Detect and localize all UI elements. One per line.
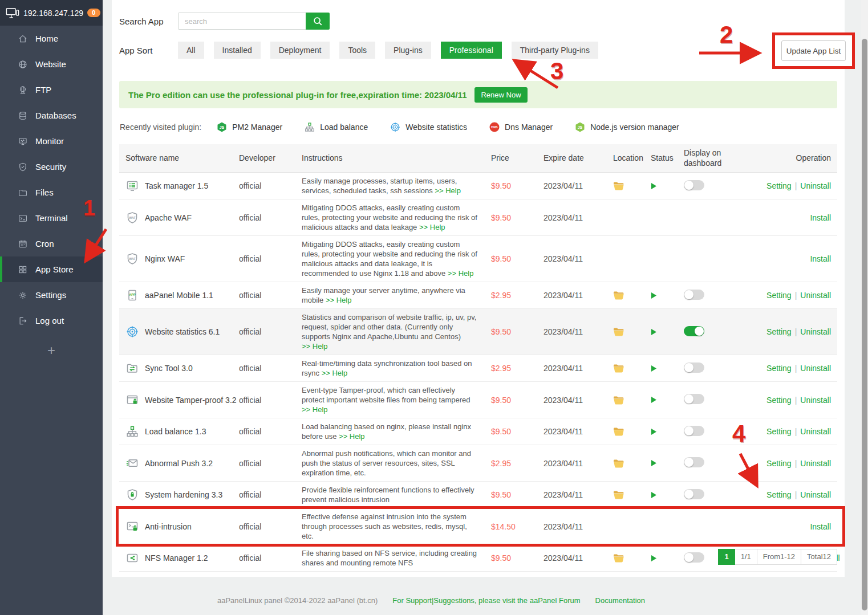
search-app-label: Search App [119, 17, 164, 26]
uninstall-link[interactable]: Uninstall [800, 327, 831, 336]
status-running-icon[interactable] [651, 292, 684, 299]
dashboard-toggle[interactable] [684, 363, 704, 373]
server-header[interactable]: 192.168.247.129 0 [0, 0, 103, 26]
uninstall-link[interactable]: Uninstall [800, 459, 831, 468]
folder-icon[interactable] [613, 396, 651, 405]
help-link[interactable]: >> Help [435, 186, 461, 195]
tab-all[interactable]: All [178, 42, 204, 59]
install-link[interactable]: Install [810, 254, 831, 263]
setting-link[interactable]: Setting [766, 364, 792, 373]
sidebar-item-website[interactable]: Website [0, 51, 103, 77]
folder-icon[interactable] [613, 181, 651, 190]
folder-icon[interactable] [613, 291, 651, 300]
scrollbar-thumb[interactable] [862, 39, 867, 610]
software-name: Website statistics 6.1 [145, 327, 220, 336]
expire-date: 2023/04/11 [543, 327, 613, 336]
dashboard-toggle[interactable] [684, 489, 704, 499]
update-app-list-button[interactable]: Update App List [781, 40, 846, 61]
operation-separator: | [795, 327, 797, 336]
instructions: Real-time/timing data synchronization to… [302, 359, 491, 378]
recent-plugin-dns-manager[interactable]: DNSDns Manager [489, 121, 553, 133]
uninstall-link[interactable]: Uninstall [800, 291, 831, 300]
recent-plugin-pm2-manager[interactable]: JSPM2 Manager [216, 121, 282, 133]
price: $2.95 [491, 459, 543, 468]
help-link[interactable]: >> Help [339, 432, 365, 441]
uninstall-link[interactable]: Uninstall [800, 396, 831, 405]
scrollbar-track[interactable] [861, 0, 868, 615]
documentation-link[interactable]: Documentation [595, 596, 645, 605]
uninstall-link[interactable]: Uninstall [800, 427, 831, 436]
recent-plugin-node-js-version-manager[interactable]: JSNode.js version manager [574, 121, 679, 133]
status-running-icon[interactable] [651, 396, 684, 404]
message-count-badge[interactable]: 0 [87, 9, 100, 18]
setting-link[interactable]: Setting [766, 490, 792, 499]
folder-icon[interactable] [613, 327, 651, 336]
instructions: Effective defense against intrusion into… [302, 512, 491, 541]
folder-icon[interactable] [613, 364, 651, 373]
tab-installed[interactable]: Installed [214, 42, 261, 59]
sidebar-item-monitor[interactable]: Monitor [0, 128, 103, 154]
folder-icon[interactable] [613, 490, 651, 499]
help-link[interactable]: >> Help [448, 269, 474, 278]
setting-link[interactable]: Setting [766, 291, 792, 300]
table-row: APPaaPanel Mobile 1.1officialEasily mana… [119, 282, 837, 309]
dashboard-toggle[interactable] [684, 326, 704, 336]
status-running-icon[interactable] [651, 182, 684, 190]
dashboard-toggle[interactable] [684, 426, 704, 436]
page-current[interactable]: 1 [718, 549, 735, 565]
dashboard-toggle[interactable] [684, 457, 704, 467]
status-running-icon[interactable] [651, 328, 684, 336]
dashboard-toggle[interactable] [684, 180, 704, 190]
uninstall-link[interactable]: Uninstall [800, 490, 831, 499]
sidebar-item-databases[interactable]: Databases [0, 103, 103, 128]
status-running-icon[interactable] [651, 459, 684, 467]
sidebar-item-ftp[interactable]: FTP [0, 77, 103, 103]
setting-link[interactable]: Setting [766, 327, 792, 336]
instructions: Mitigating DDOS attacks, easily creating… [302, 203, 491, 232]
tab-professional[interactable]: Professional [441, 42, 502, 59]
help-link[interactable]: >> Help [302, 405, 328, 414]
help-link[interactable]: >> Help [419, 223, 445, 231]
operation-cell: Install [741, 254, 837, 263]
svg-text:DNS: DNS [491, 125, 498, 129]
instructions: Load balancing based on nginx, please in… [302, 422, 491, 441]
sidebar-item-settings[interactable]: Settings [0, 282, 103, 308]
tab-plug-ins[interactable]: Plug-ins [385, 42, 431, 59]
setting-link[interactable]: Setting [766, 459, 792, 468]
status-running-icon[interactable] [651, 428, 684, 435]
sidebar-item-home[interactable]: Home [0, 26, 103, 51]
install-link[interactable]: Install [810, 522, 831, 531]
uninstall-link[interactable]: Uninstall [800, 364, 831, 373]
help-link[interactable]: >> Help [322, 369, 348, 377]
help-link[interactable]: >> Help [302, 342, 328, 351]
install-link[interactable]: Install [810, 213, 831, 222]
folder-icon[interactable] [613, 459, 651, 468]
tab-deployment[interactable]: Deployment [270, 42, 330, 59]
status-running-icon[interactable] [651, 365, 684, 372]
folder-icon[interactable] [613, 427, 651, 436]
recent-plugin-load-balance[interactable]: Load balance [304, 121, 368, 133]
annotation-arrow-3 [510, 56, 563, 92]
software-name-cell: Website Tamper-proof 3.2 [119, 393, 239, 407]
search-input[interactable] [179, 13, 306, 30]
setting-link[interactable]: Setting [766, 427, 792, 436]
sidebar-item-log-out[interactable]: Log out [0, 308, 103, 333]
price: $9.50 [491, 213, 543, 222]
setting-link[interactable]: Setting [766, 181, 792, 190]
sidebar-add-button[interactable]: + [0, 343, 103, 359]
help-link[interactable]: >> Help [326, 296, 352, 304]
sidebar-item-security[interactable]: Security [0, 154, 103, 180]
search-button[interactable] [306, 13, 330, 30]
dashboard-toggle[interactable] [684, 290, 704, 300]
status-running-icon[interactable] [651, 491, 684, 499]
operation-separator: | [795, 181, 797, 190]
operation-separator: | [795, 364, 797, 373]
tab-tools[interactable]: Tools [339, 42, 375, 59]
dashboard-toggle[interactable] [684, 394, 704, 404]
location-cell [613, 364, 651, 373]
uninstall-link[interactable]: Uninstall [800, 181, 831, 190]
setting-link[interactable]: Setting [766, 396, 792, 405]
support-link[interactable]: For Support|Suggestions, please visit th… [392, 596, 580, 605]
svg-text:WAF: WAF [129, 215, 136, 219]
recent-plugin-website-statistics[interactable]: Website statistics [390, 121, 467, 133]
